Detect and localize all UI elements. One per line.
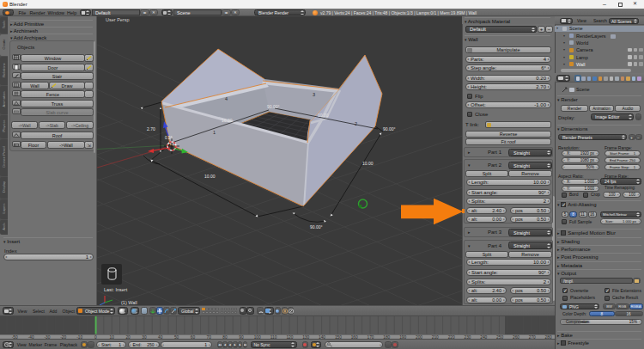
svg-text:10.00: 10.00 bbox=[318, 113, 329, 118]
svg-text:90.00°: 90.00° bbox=[383, 126, 396, 132]
svg-text:10.00: 10.00 bbox=[204, 174, 216, 179]
svg-text:1: 1 bbox=[213, 130, 216, 135]
svg-text:2.70: 2.70 bbox=[147, 126, 155, 132]
svg-text:10.00: 10.00 bbox=[222, 118, 233, 123]
svg-text:3: 3 bbox=[313, 92, 315, 97]
svg-text:2: 2 bbox=[355, 121, 357, 126]
svg-text:90.00°: 90.00° bbox=[310, 224, 323, 230]
svg-text:90.00°: 90.00° bbox=[267, 104, 280, 109]
svg-text:4: 4 bbox=[225, 96, 228, 101]
svg-text:10.00: 10.00 bbox=[362, 161, 374, 166]
